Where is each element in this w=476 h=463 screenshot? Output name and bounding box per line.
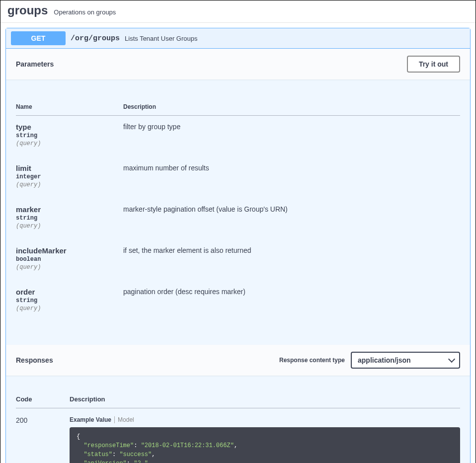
response-content-type-label: Response content type <box>279 357 345 364</box>
parameters-section: Name Description typestring(query)filter… <box>6 79 470 330</box>
parameter-row: markerstring(query)marker-style paginati… <box>16 198 460 239</box>
response-code: 200 <box>16 408 70 463</box>
http-method-badge: GET <box>11 31 66 45</box>
param-description: maximum number of results <box>123 157 460 198</box>
responses-table: Code Description 200Example ValueModel{ … <box>16 392 460 463</box>
param-name: order <box>16 288 123 296</box>
response-content-type-select[interactable]: application/json <box>351 352 460 369</box>
param-name: limit <box>16 164 123 172</box>
col-header-resp-description: Description <box>70 392 460 408</box>
param-description: if set, the marker element is also retur… <box>123 239 460 281</box>
responses-title: Responses <box>16 356 53 364</box>
param-type: string <box>16 132 123 139</box>
param-description: marker-style pagination offset (value is… <box>123 198 460 239</box>
operation-path: /org/groups <box>71 34 120 43</box>
col-header-code: Code <box>16 392 70 408</box>
param-in: (query) <box>16 264 123 271</box>
tag-header[interactable]: groups Operations on groups <box>0 0 476 23</box>
param-name: includeMarker <box>16 246 123 255</box>
operation-summary-bar[interactable]: GET /org/groups Lists Tenant User Groups <box>6 28 470 49</box>
param-name: type <box>16 123 123 131</box>
parameters-table: Name Description typestring(query)filter… <box>16 98 460 322</box>
tag-description: Operations on groups <box>54 8 116 16</box>
example-code-block: { "responseTime": "2018-02-01T16:22:31.0… <box>70 427 460 463</box>
tab-example-value[interactable]: Example Value <box>70 416 115 423</box>
tab-model[interactable]: Model <box>115 416 134 423</box>
parameters-header: Parameters Try it out <box>6 49 470 79</box>
col-header-name: Name <box>16 98 123 116</box>
param-type: boolean <box>16 256 123 263</box>
col-header-description: Description <box>123 98 460 116</box>
param-in: (query) <box>16 140 123 147</box>
param-in: (query) <box>16 305 123 312</box>
param-type: integer <box>16 173 123 180</box>
try-it-out-button[interactable]: Try it out <box>407 56 460 73</box>
param-in: (query) <box>16 223 123 230</box>
parameter-row: includeMarkerboolean(query)if set, the m… <box>16 239 460 281</box>
operation-summary: Lists Tenant User Groups <box>125 35 197 42</box>
param-description: pagination order (desc requires marker) <box>123 281 460 322</box>
param-type: string <box>16 215 123 222</box>
responses-section: Code Description 200Example ValueModel{ … <box>6 376 470 463</box>
param-type: string <box>16 297 123 304</box>
parameter-row: orderstring(query)pagination order (desc… <box>16 281 460 322</box>
parameter-row: typestring(query)filter by group type <box>16 116 460 157</box>
param-in: (query) <box>16 181 123 188</box>
parameter-row: limitinteger(query)maximum number of res… <box>16 157 460 198</box>
response-row: 200Example ValueModel{ "responseTime": "… <box>16 408 460 463</box>
parameters-title: Parameters <box>16 60 54 68</box>
param-name: marker <box>16 205 123 214</box>
operation-block: GET /org/groups Lists Tenant User Groups… <box>5 28 471 463</box>
param-description: filter by group type <box>123 116 460 157</box>
responses-header: Responses Response content type applicat… <box>6 345 470 376</box>
tag-title: groups <box>7 3 48 17</box>
